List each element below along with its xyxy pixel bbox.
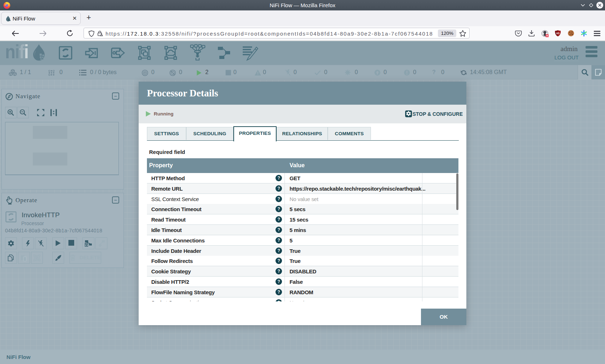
svg-text:UO: UO bbox=[556, 32, 560, 35]
